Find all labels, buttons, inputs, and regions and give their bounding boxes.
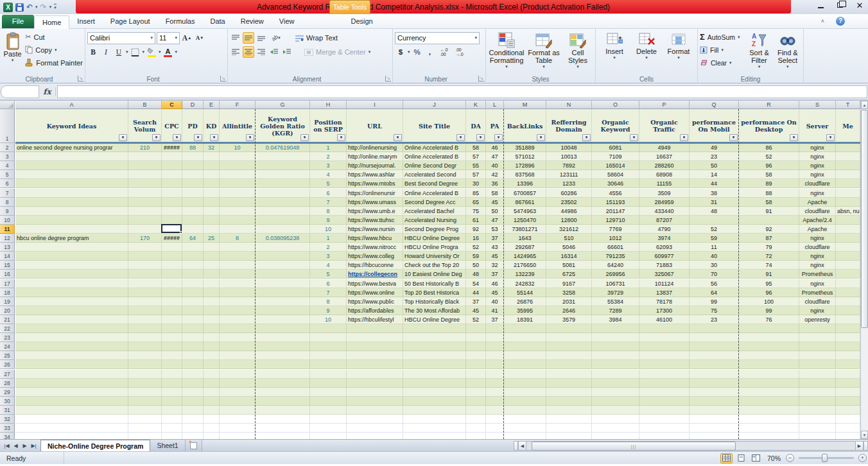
cell-A11[interactable] bbox=[15, 225, 128, 234]
row-header-28[interactable]: 28 bbox=[0, 379, 15, 388]
cell-E18[interactable] bbox=[204, 288, 220, 297]
table-header-M[interactable]: BackLinks▼ bbox=[504, 109, 546, 143]
column-header-O[interactable]: O bbox=[592, 101, 639, 109]
cell-J30[interactable] bbox=[403, 397, 466, 406]
cell-A26[interactable] bbox=[15, 360, 128, 369]
font-color-button[interactable]: A bbox=[162, 46, 174, 58]
cell-T33[interactable] bbox=[836, 424, 860, 433]
cell-E21[interactable] bbox=[204, 315, 220, 324]
cell-B14[interactable] bbox=[128, 252, 162, 261]
cell-N3[interactable]: 10013 bbox=[546, 152, 592, 161]
cell-D33[interactable] bbox=[182, 424, 204, 433]
cell-E30[interactable] bbox=[204, 397, 220, 406]
cell-M9[interactable]: 5474963 bbox=[504, 207, 546, 216]
row-header-27[interactable]: 27 bbox=[0, 370, 15, 379]
cell-N5[interactable]: 123111 bbox=[546, 170, 592, 179]
cell-D3[interactable] bbox=[182, 152, 204, 161]
cell-E31[interactable] bbox=[204, 406, 220, 415]
cell-J26[interactable] bbox=[403, 360, 466, 369]
copy-button[interactable]: Copy▾ bbox=[25, 44, 83, 56]
cell-D14[interactable] bbox=[182, 252, 204, 261]
zoom-slider-thumb[interactable] bbox=[822, 454, 828, 462]
row-header-24[interactable]: 24 bbox=[0, 342, 15, 351]
cell-H3[interactable]: 2 bbox=[310, 152, 347, 161]
cell-D34[interactable] bbox=[182, 433, 204, 439]
cell-K25[interactable] bbox=[466, 351, 486, 360]
cell-A33[interactable] bbox=[15, 424, 128, 433]
cell-E11[interactable] bbox=[204, 225, 220, 234]
row-header-13[interactable]: 13 bbox=[0, 243, 15, 252]
cell-A30[interactable] bbox=[15, 397, 128, 406]
cell-L24[interactable] bbox=[486, 342, 504, 351]
cell-Q12[interactable]: 59 bbox=[690, 234, 739, 243]
cell-N33[interactable] bbox=[546, 424, 592, 433]
cell-F7[interactable] bbox=[220, 189, 256, 198]
cell-M21[interactable]: 18391 bbox=[504, 315, 546, 324]
scroll-split-handle[interactable] bbox=[864, 441, 868, 451]
zoom-level[interactable]: 70% bbox=[765, 454, 783, 462]
cell-H25[interactable] bbox=[310, 351, 347, 360]
cell-O19[interactable]: 55384 bbox=[592, 297, 639, 306]
fill-button[interactable]: Fill▾ bbox=[700, 44, 744, 56]
cell-H7[interactable]: 6 bbox=[310, 189, 347, 198]
cell-L13[interactable]: 43 bbox=[486, 243, 504, 252]
filter-dropdown-icon[interactable]: ▼ bbox=[119, 134, 127, 141]
cell-H10[interactable]: 9 bbox=[310, 216, 347, 225]
cell-N15[interactable]: 5081 bbox=[546, 261, 592, 270]
cell-F23[interactable] bbox=[220, 333, 256, 342]
cell-D24[interactable] bbox=[182, 342, 204, 351]
cell-L29[interactable] bbox=[486, 388, 504, 397]
qat-customize-icon[interactable]: ▾ bbox=[54, 4, 56, 10]
cell-S9[interactable]: cloudflare bbox=[799, 207, 836, 216]
save-icon[interactable] bbox=[15, 3, 24, 12]
cell-E29[interactable] bbox=[204, 388, 220, 397]
cell-C20[interactable] bbox=[162, 306, 182, 315]
cell-R15[interactable]: 74 bbox=[739, 261, 799, 270]
cell-A32[interactable] bbox=[15, 415, 128, 424]
next-sheet-icon[interactable]: ▶ bbox=[21, 443, 29, 449]
cell-H23[interactable] bbox=[310, 333, 347, 342]
cell-H32[interactable] bbox=[310, 415, 347, 424]
cell-L3[interactable]: 47 bbox=[486, 152, 504, 161]
borders-button[interactable] bbox=[130, 46, 141, 58]
cell-Q26[interactable] bbox=[690, 360, 739, 369]
cell-L12[interactable]: 37 bbox=[486, 234, 504, 243]
merge-center-button[interactable]: Merge & Center▾ bbox=[304, 46, 370, 58]
cell-I29[interactable] bbox=[347, 388, 403, 397]
cell-A16[interactable] bbox=[15, 270, 128, 279]
cell-B4[interactable] bbox=[128, 161, 162, 170]
table-header-H[interactable]: Position on SERP▼ bbox=[310, 109, 347, 143]
cell-Q29[interactable] bbox=[690, 388, 739, 397]
cell-B10[interactable] bbox=[128, 216, 162, 225]
cell-G2[interactable]: 0.047619048 bbox=[256, 143, 310, 152]
cell-T23[interactable] bbox=[836, 333, 860, 342]
table-header-D[interactable]: PD▼ bbox=[182, 109, 204, 143]
cell-J24[interactable] bbox=[403, 342, 466, 351]
cell-T15[interactable] bbox=[836, 261, 860, 270]
cell-E5[interactable] bbox=[204, 170, 220, 179]
cell-G33[interactable] bbox=[256, 424, 310, 433]
zoom-out-button[interactable]: − bbox=[786, 454, 794, 462]
cell-D25[interactable] bbox=[182, 351, 204, 360]
cell-M27[interactable] bbox=[504, 370, 546, 379]
row-header-6[interactable]: 6 bbox=[0, 179, 15, 188]
cell-H21[interactable]: 10 bbox=[310, 315, 347, 324]
cell-R18[interactable]: 96 bbox=[739, 288, 799, 297]
cell-H27[interactable] bbox=[310, 370, 347, 379]
cell-A22[interactable] bbox=[15, 324, 128, 333]
undo-dropdown-icon[interactable]: ▾ bbox=[35, 4, 38, 10]
cell-N32[interactable] bbox=[546, 415, 592, 424]
column-header-K[interactable]: K bbox=[466, 101, 486, 109]
cell-D11[interactable] bbox=[182, 225, 204, 234]
cell-G9[interactable] bbox=[256, 207, 310, 216]
vertical-scroll-thumb[interactable] bbox=[861, 110, 868, 328]
cell-F21[interactable] bbox=[220, 315, 256, 324]
cell-L32[interactable] bbox=[486, 415, 504, 424]
cell-O22[interactable] bbox=[592, 324, 639, 333]
cell-L5[interactable]: 42 bbox=[486, 170, 504, 179]
cell-S19[interactable]: cloudflare bbox=[799, 297, 836, 306]
row-header-29[interactable]: 29 bbox=[0, 388, 15, 397]
cell-M15[interactable]: 2176650 bbox=[504, 261, 546, 270]
row-header-25[interactable]: 25 bbox=[0, 351, 15, 360]
cell-R31[interactable] bbox=[739, 406, 799, 415]
